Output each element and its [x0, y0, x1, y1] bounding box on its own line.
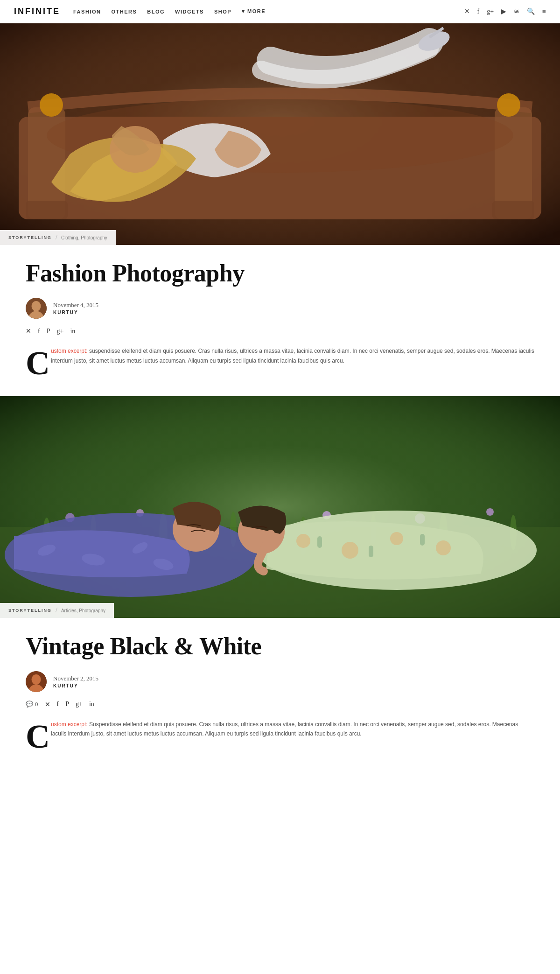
comment-icon: 💬	[26, 701, 33, 708]
article-2-hero: Storytelling / Articles, Photography	[0, 396, 560, 618]
article-2-tag-bar: Storytelling / Articles, Photography	[0, 603, 114, 618]
article-1: Storytelling / Clothing, Photography Fas…	[0, 23, 560, 396]
site-header: INFINITE Fashion Others Blog Widgets Sho…	[0, 0, 560, 23]
article-1-pinterest-icon[interactable]: P	[47, 328, 50, 335]
article-1-drop-cap: C	[26, 349, 50, 378]
avatar-2-image	[26, 671, 47, 692]
excerpt-2-body: Suspendisse eleifend et diam quis posuer…	[51, 721, 518, 737]
svg-point-42	[390, 532, 403, 545]
svg-point-41	[342, 542, 358, 559]
facebook-header-icon[interactable]: f	[477, 8, 480, 15]
nav-more[interactable]: ▾ More	[242, 8, 266, 14]
article-2-image	[0, 396, 560, 618]
nav-others[interactable]: Others	[111, 9, 137, 14]
article-2-comment-count[interactable]: 💬 0	[26, 701, 38, 708]
nav-shop[interactable]: Shop	[214, 9, 231, 14]
svg-point-43	[436, 540, 451, 555]
article-1-excerpt-text: ustom excerpt: suspendisse eleifend et d…	[51, 346, 534, 365]
article-2-excerpt: C ustom excerpt: Suspendisse eleifend et…	[26, 720, 534, 751]
article-1-social-row: ✕ f P g+ in	[26, 327, 534, 335]
article-2-linkedin-icon[interactable]: in	[89, 701, 94, 708]
article-2-avatar	[26, 671, 47, 692]
menu-icon[interactable]: ≡	[542, 8, 546, 15]
svg-point-12	[40, 93, 63, 117]
article-1-twitter-icon[interactable]: ✕	[26, 327, 31, 335]
article-1-author-info: November 4, 2015 KURTUY	[53, 301, 98, 315]
googleplus-header-icon[interactable]: g+	[487, 8, 494, 15]
article-2-author-row: November 2, 2015 KURTUY	[26, 671, 534, 692]
article-2: Storytelling / Articles, Photography Vin…	[0, 396, 560, 769]
article-2-facebook-icon[interactable]: f	[57, 701, 59, 708]
svg-rect-45	[369, 546, 373, 557]
twitter-header-icon[interactable]: ✕	[464, 7, 470, 15]
svg-rect-46	[420, 534, 425, 546]
article-1-tag-categories[interactable]: Clothing, Photography	[61, 235, 107, 240]
article-2-tag-divider: /	[56, 607, 57, 614]
article-1-tag-label[interactable]: Storytelling	[8, 235, 52, 240]
article-1-image	[0, 23, 560, 245]
svg-point-49	[32, 674, 41, 685]
nav-fashion[interactable]: Fashion	[73, 9, 101, 14]
article-2-author-name[interactable]: KURTUY	[53, 683, 98, 688]
article-1-googleplus-icon[interactable]: g+	[56, 328, 63, 335]
excerpt-highlight: ustom excerpt:	[51, 348, 88, 354]
site-logo[interactable]: INFINITE	[14, 7, 60, 16]
comment-number: 0	[35, 701, 38, 708]
article-1-tag-divider: /	[56, 234, 57, 241]
article-1-linkedin-icon[interactable]: in	[70, 328, 75, 335]
youtube-header-icon[interactable]: ▶	[501, 7, 506, 15]
article-1-title: Fashion Photography	[26, 260, 534, 287]
article-2-title: Vintage Black & White	[26, 633, 534, 659]
header-left: INFINITE Fashion Others Blog Widgets Sho…	[14, 7, 266, 16]
article-1-author-row: November 4, 2015 KURTUY	[26, 298, 534, 319]
excerpt-body: suspendisse eleifend et diam quis posuer…	[51, 348, 534, 364]
main-nav: Fashion Others Blog Widgets Shop ▾ More	[73, 8, 266, 14]
article-2-tag-label[interactable]: Storytelling	[8, 608, 52, 613]
article-1-author-name[interactable]: KURTUY	[53, 310, 98, 315]
article-1-content: Fashion Photography November 4, 2015 KUR…	[0, 245, 560, 396]
rss-header-icon[interactable]: ≋	[514, 7, 519, 15]
article-1-tag-bar: Storytelling / Clothing, Photography	[0, 230, 116, 245]
svg-point-40	[296, 534, 310, 548]
article-1-excerpt: C ustom excerpt: suspendisse eleifend et…	[26, 346, 534, 378]
svg-point-13	[497, 93, 520, 117]
article-1-avatar	[26, 298, 47, 319]
article-2-twitter-icon[interactable]: ✕	[45, 701, 50, 708]
article-2-content: Vintage Black & White November 2, 2015 K…	[0, 618, 560, 769]
article-1-hero: Storytelling / Clothing, Photography	[0, 23, 560, 245]
article-2-social-row: 💬 0 ✕ f P g+ in	[26, 701, 534, 708]
nav-widgets[interactable]: Widgets	[175, 9, 204, 14]
svg-point-15	[32, 301, 41, 311]
article-1-facebook-icon[interactable]: f	[38, 328, 40, 335]
article-2-excerpt-text: ustom excerpt: Suspendisse eleifend et d…	[51, 720, 534, 739]
article-2-tag-categories[interactable]: Articles, Photography	[61, 608, 105, 613]
article-2-date: November 2, 2015	[53, 675, 98, 682]
article-1-date: November 4, 2015	[53, 301, 98, 309]
header-right: ✕ f g+ ▶ ≋ 🔍 ≡	[464, 7, 546, 15]
article-2-author-info: November 2, 2015 KURTUY	[53, 675, 98, 688]
svg-rect-44	[317, 536, 322, 548]
svg-point-32	[486, 508, 494, 516]
article-2-pinterest-icon[interactable]: P	[65, 701, 69, 708]
search-icon[interactable]: 🔍	[527, 7, 535, 15]
nav-blog[interactable]: Blog	[147, 9, 165, 14]
avatar-image	[26, 298, 47, 319]
article-2-drop-cap: C	[26, 722, 50, 751]
article-2-googleplus-icon[interactable]: g+	[76, 701, 83, 708]
excerpt-2-highlight: ustom excerpt:	[51, 721, 88, 728]
